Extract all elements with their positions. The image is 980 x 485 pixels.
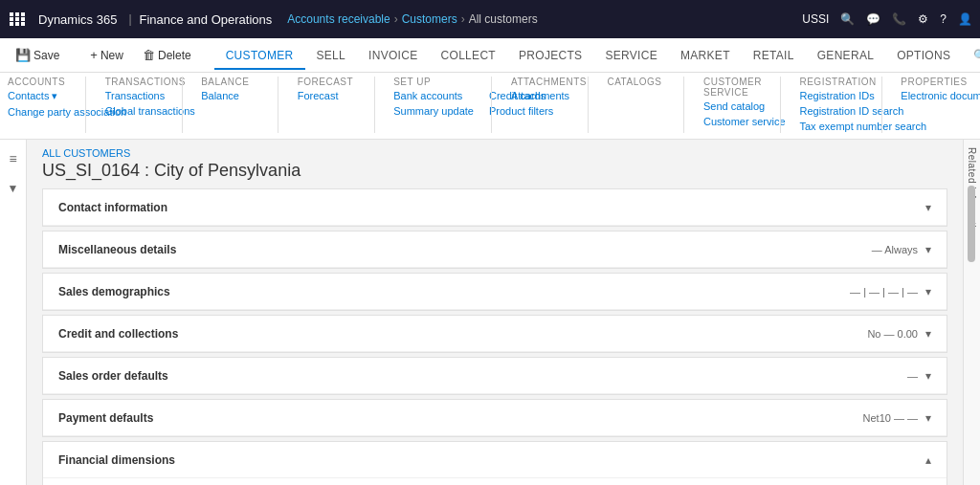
tab-market[interactable]: MARKET xyxy=(669,43,742,70)
section-misc: Miscellaneous details — Always ▾ xyxy=(42,231,947,269)
ribbon: ACCOUNTS Contacts ▾ Change party associa… xyxy=(0,73,980,140)
ribbon-group-registration: REGISTRATION Registration IDs Registrati… xyxy=(799,77,861,133)
sep-4 xyxy=(374,77,375,133)
sep-1 xyxy=(85,77,86,133)
ribbon-group-balance: BALANCE Balance xyxy=(201,77,258,133)
main-layout: ≡ ▼ ALL CUSTOMERS US_SI_0164 : City of P… xyxy=(0,140,980,485)
salesorder-value: — xyxy=(907,370,918,382)
save-icon: 💾 xyxy=(15,48,31,62)
top-nav-right: USSI 🔍 💬 📞 ⚙ ? 👤 xyxy=(802,12,972,26)
action-bar: 💾 Save + New 🗑 Delete CUSTOMER SELL INVO… xyxy=(0,38,980,73)
new-button[interactable]: + New xyxy=(82,45,131,65)
scrollbar-thumb[interactable] xyxy=(968,186,975,262)
chevron-contact: ▾ xyxy=(925,201,931,214)
sep-6 xyxy=(588,77,589,133)
grid-menu-button[interactable] xyxy=(8,10,27,29)
page-title: US_SI_0164 : City of Pensylvania xyxy=(42,161,947,181)
tab-invoice[interactable]: INVOICE xyxy=(357,43,429,70)
nav-separator: | xyxy=(128,12,131,26)
breadcrumb-all-customers: All customers xyxy=(469,12,538,26)
section-contact-header[interactable]: Contact information ▾ xyxy=(43,189,947,226)
new-icon: + xyxy=(90,48,98,62)
section-contact-title: Contact information xyxy=(58,201,167,214)
filter-icon[interactable]: ▼ xyxy=(4,178,23,199)
breadcrumb: Accounts receivable › Customers › All cu… xyxy=(287,12,537,26)
user-icon[interactable]: 👤 xyxy=(958,12,972,26)
ribbon-send-catalog[interactable]: Send catalog xyxy=(703,99,786,113)
ribbon-attachments[interactable]: Attachments xyxy=(511,89,569,102)
section-sales-demo-title: Sales demographics xyxy=(58,285,170,298)
tab-sell[interactable]: SELL xyxy=(305,43,358,70)
section-financial: Financial dimensions ▴ DEFAULT FINANCIAL… xyxy=(42,441,947,485)
breadcrumb-customers[interactable]: Customers xyxy=(402,12,457,26)
settings-icon[interactable]: ⚙ xyxy=(918,12,928,26)
page-header: ALL CUSTOMERS US_SI_0164 : City of Pensy… xyxy=(27,140,963,185)
help-icon[interactable]: ? xyxy=(940,12,947,26)
sep-2 xyxy=(182,77,183,133)
section-salesorder-header[interactable]: Sales order defaults — ▾ xyxy=(43,358,947,394)
ribbon-group-properties: PROPERTIES Electronic document propertie… xyxy=(901,77,972,133)
save-button[interactable]: 💾 Save xyxy=(8,45,67,65)
section-financial-content: DEFAULT FINANCIAL DIMENSIONS BusinessUni… xyxy=(43,478,947,485)
tab-projects[interactable]: PROJECTS xyxy=(507,43,593,70)
sep-8 xyxy=(780,77,781,133)
delete-button[interactable]: 🗑 Delete xyxy=(135,45,199,65)
chevron-credit: ▾ xyxy=(925,327,931,341)
payment-value: Net10 — — xyxy=(863,412,918,424)
misc-value: — Always xyxy=(872,244,918,255)
ribbon-balance[interactable]: Balance xyxy=(201,89,239,102)
delete-icon: 🗑 xyxy=(143,48,155,62)
ribbon-group-attachments: ATTACHMENTS Attachments xyxy=(511,77,568,133)
section-credit-title: Credit and collections xyxy=(58,327,178,341)
tab-collect[interactable]: COLLECT xyxy=(430,43,507,70)
section-payment: Payment defaults Net10 — — ▾ xyxy=(42,399,947,437)
ribbon-tabs: CUSTOMER SELL INVOICE COLLECT PROJECTS S… xyxy=(214,43,963,68)
ribbon-customer-service[interactable]: Customer service xyxy=(703,115,786,128)
chevron-salesorder: ▾ xyxy=(925,369,931,383)
ribbon-forecast[interactable]: Forecast xyxy=(298,89,339,102)
sep-3 xyxy=(278,77,278,133)
hamburger-icon[interactable]: ≡ xyxy=(5,147,20,170)
ribbon-group-transactions: TRANSACTIONS Transactions Global transac… xyxy=(105,77,163,133)
section-financial-title: Financial dimensions xyxy=(58,453,175,467)
chevron-payment: ▾ xyxy=(925,411,931,425)
section-financial-header[interactable]: Financial dimensions ▴ xyxy=(43,442,947,478)
search-icon[interactable]: 🔍 xyxy=(840,12,855,26)
sep-5 xyxy=(491,77,492,133)
content-inner: Contact information ▾ Miscellaneous deta… xyxy=(27,188,963,485)
page-breadcrumb[interactable]: ALL CUSTOMERS xyxy=(42,147,947,159)
section-contact: Contact information ▾ xyxy=(42,188,947,227)
content-area: ALL CUSTOMERS US_SI_0164 : City of Pensy… xyxy=(27,140,963,485)
ribbon-group-catalogs: CATALOGS xyxy=(607,77,664,133)
chevron-misc: ▾ xyxy=(925,243,931,256)
section-salesorder: Sales order defaults — ▾ xyxy=(42,357,947,395)
ribbon-group-customer-service: CUSTOMER SERVICE Send catalog Customer s… xyxy=(703,77,761,133)
ribbon-electronic-doc[interactable]: Electronic document properties xyxy=(901,89,980,102)
sidebar-right: Related information xyxy=(963,140,980,485)
section-payment-header[interactable]: Payment defaults Net10 — — ▾ xyxy=(43,400,947,436)
ribbon-group-forecast: FORECAST Forecast xyxy=(298,77,355,133)
ribbon-search-icon[interactable]: 🔍 xyxy=(973,49,980,62)
top-navigation: Dynamics 365 | Finance and Operations Ac… xyxy=(0,0,980,38)
chevron-financial: ▴ xyxy=(925,453,931,467)
phone-icon[interactable]: 📞 xyxy=(892,12,906,26)
ribbon-bank-accounts[interactable]: Bank accounts xyxy=(393,89,474,102)
ribbon-summary-update[interactable]: Summary update xyxy=(393,104,474,118)
tab-general[interactable]: GENERAL xyxy=(806,43,885,70)
section-misc-header[interactable]: Miscellaneous details — Always ▾ xyxy=(43,231,947,268)
tab-options[interactable]: OPTIONS xyxy=(885,43,962,70)
tab-retail[interactable]: RETAIL xyxy=(742,43,806,70)
section-sales-demo: Sales demographics — | — | — | — ▾ xyxy=(42,273,947,311)
chat-icon[interactable]: 💬 xyxy=(866,12,880,26)
user-initials[interactable]: USSI xyxy=(802,12,829,26)
sales-demo-value: — | — | — | — xyxy=(850,286,918,298)
section-credit-header[interactable]: Credit and collections No — 0.00 ▾ xyxy=(43,316,947,352)
tab-customer[interactable]: CUSTOMER xyxy=(214,43,305,70)
app-name[interactable]: Dynamics 365 xyxy=(34,12,121,27)
breadcrumb-accounts-receivable[interactable]: Accounts receivable xyxy=(287,12,390,26)
tab-service[interactable]: SERVICE xyxy=(593,43,669,70)
section-credit: Credit and collections No — 0.00 ▾ xyxy=(42,315,947,353)
chevron-sales-demo: ▾ xyxy=(925,285,931,298)
section-sales-demo-header[interactable]: Sales demographics — | — | — | — ▾ xyxy=(43,274,947,310)
section-salesorder-title: Sales order defaults xyxy=(58,369,168,383)
